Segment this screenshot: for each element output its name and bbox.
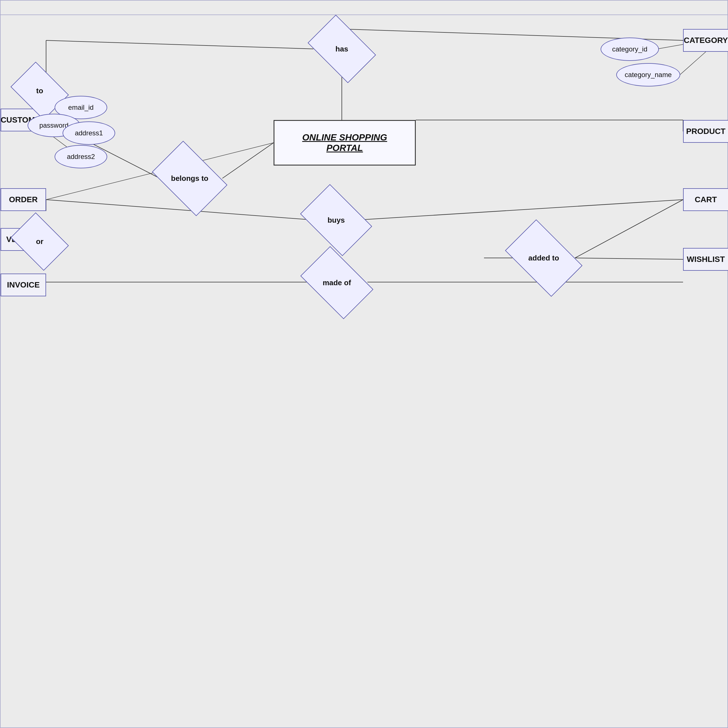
diamond-or: or (16, 224, 63, 259)
svg-line-7 (222, 143, 274, 178)
svg-line-22 (680, 52, 706, 75)
diamond-has: has (314, 29, 370, 69)
entity-wishlist: WISHLIST (683, 248, 728, 271)
entity-invoice: INVOICE (1, 274, 46, 296)
connections-svg (1, 1, 727, 727)
entity-category: CATEGORY (683, 29, 728, 52)
svg-line-12 (575, 258, 683, 259)
diamond-belongs-to: belongs to (158, 156, 221, 200)
entity-cart: CART (683, 188, 728, 211)
oval-address1: address1 (63, 121, 115, 145)
oval-address2: address2 (55, 145, 107, 168)
svg-line-15 (46, 40, 314, 49)
svg-line-10 (575, 200, 683, 258)
svg-line-9 (365, 200, 683, 220)
diamond-buys: buys (306, 199, 366, 241)
diamond-added-to: added to (511, 236, 577, 280)
diamond-made-of: made of (306, 262, 367, 304)
central-entity-online-shopping-portal: ONLINE SHOPPING PORTAL (274, 120, 416, 165)
oval-category-name: category_name (616, 63, 680, 86)
oval-category-id: category_id (601, 38, 659, 61)
svg-line-8 (46, 200, 308, 220)
er-diagram-canvas: ONLINE SHOPPING PORTAL CUSTOMER ORDER CA… (0, 0, 728, 728)
entity-order: ORDER (1, 188, 46, 211)
entity-product: PRODUCT (683, 120, 728, 143)
